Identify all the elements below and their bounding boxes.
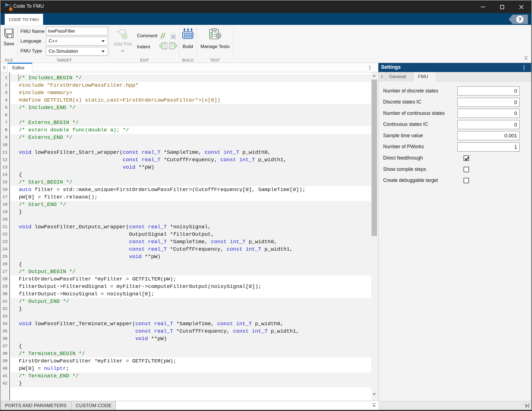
svg-text:?: ?: [518, 17, 522, 22]
